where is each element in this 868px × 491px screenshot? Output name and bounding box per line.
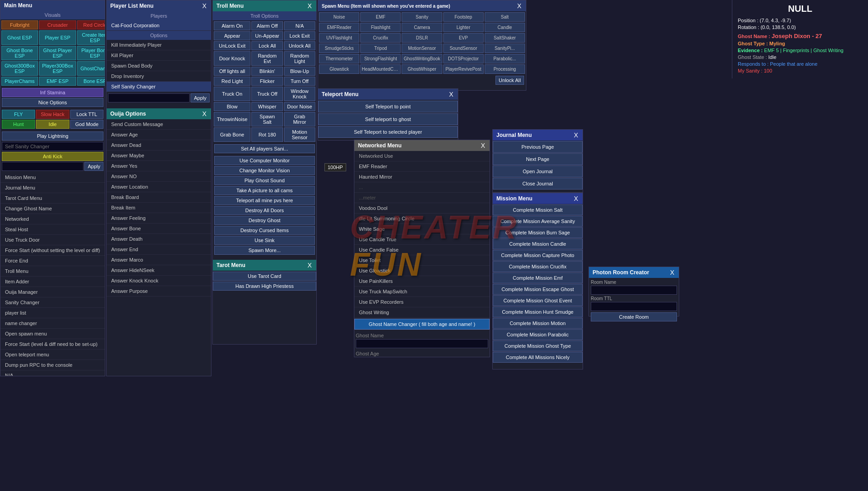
menu-thermometer-net[interactable]: ...meter (354, 193, 490, 203)
menu-sanity-changer[interactable]: Sanity Changer (0, 297, 105, 308)
btn-ghost-name-changer[interactable]: Ghost Name Changer ( fill both age and n… (354, 319, 490, 330)
btn-ghost300-esp[interactable]: Ghost300Box ESP (1, 61, 38, 76)
spawn-salt[interactable]: Salt (485, 12, 525, 22)
btn-close-journal[interactable]: Close Journal (493, 178, 583, 190)
menu-player-list[interactable]: player list (0, 308, 105, 318)
btn-use-computer[interactable]: Use Computer Monitor (214, 156, 315, 165)
menu-white-sage[interactable]: White Sage (354, 224, 490, 234)
btn-complete-parabolic[interactable]: Complete Mission Parabolic (493, 329, 583, 340)
btn-apply-player[interactable]: Apply (191, 93, 210, 102)
spawn-ghostwritingbook[interactable]: GhostWritingBook (402, 54, 442, 63)
menu-use-painkillers[interactable]: Use PainKillers (354, 276, 490, 287)
menu-networked-use[interactable]: Networked Use (354, 151, 490, 161)
btn-grab-bone[interactable]: Grab Bone (214, 127, 250, 142)
btn-idle[interactable]: Idle (36, 120, 69, 129)
btn-complete-ghost-type[interactable]: Complete Mission Ghost Type (493, 340, 583, 351)
journal-menu-close[interactable]: X (573, 131, 579, 139)
btn-play-ghost-sound[interactable]: Play Ghost Sound (214, 176, 315, 185)
btn-destroy-cursed[interactable]: Destroy Cursed Items (214, 226, 315, 235)
btn-lock-ttl[interactable]: Lock TTL (70, 110, 103, 119)
btn-player-esp[interactable]: Player ESP (39, 30, 77, 45)
btn-complete-hunt-smudge[interactable]: Complete Mission Hunt Smudge (493, 306, 583, 317)
menu-candle-circle[interactable]: dle Lit Summoning Circle (354, 214, 490, 224)
menu-kill-player[interactable]: Kill Player (107, 50, 211, 61)
spawn-emfreader[interactable]: EMFReader (319, 23, 359, 32)
btn-door-knock[interactable]: Door Knock (214, 51, 250, 66)
btn-playerchams[interactable]: PlayerChams (1, 77, 38, 86)
menu-answer-maybe[interactable]: Answer Maybe (107, 151, 211, 161)
menu-emf-reader[interactable]: EMF Reader (354, 161, 490, 172)
btn-alarm-on[interactable]: Alarm On (214, 21, 250, 30)
btn-grab-mirror[interactable]: Grab Mirror (284, 112, 315, 126)
btn-ghostchams[interactable]: GhostChams (77, 61, 105, 76)
spawn-evp[interactable]: EVP (443, 33, 484, 43)
player-cat-food[interactable]: Cat-Food Corporation (107, 20, 211, 31)
btn-ghost-player-esp[interactable]: Ghost Player ESP (39, 46, 77, 60)
menu-ouija-manager[interactable]: Ouija Manager (0, 287, 105, 297)
spawn-uvflashlight[interactable]: UVFlashlight (319, 33, 359, 43)
menu-name-changer[interactable]: name changer (0, 318, 105, 329)
btn-has-drawn[interactable]: Has Drawn High Priestess (213, 282, 316, 291)
spawn-lighter[interactable]: Lighter (443, 23, 484, 32)
menu-spawn-dead-body[interactable]: Spawn Dead Body (107, 61, 211, 71)
menu-answer-age[interactable]: Answer Age (107, 130, 211, 140)
menu-networked[interactable]: Networked (0, 214, 105, 224)
menu-answer-knock-knock[interactable]: Answer Knock Knock (107, 276, 211, 286)
menu-force-end[interactable]: Force End (0, 256, 105, 266)
btn-complete-burn-sage[interactable]: Complete Mission Burn Sage (493, 227, 583, 238)
teleport-close[interactable]: X (448, 91, 454, 98)
btn-complete-capture-photo[interactable]: Complete Mission Capture Photo (493, 250, 583, 261)
menu-force-start-level[interactable]: Force Start (level & diff need to be set… (0, 339, 105, 350)
tarot-close[interactable]: X (307, 262, 313, 269)
btn-complete-ghost-event[interactable]: Complete Mission Ghost Event (493, 295, 583, 306)
menu-use-glowstick[interactable]: Use Glowstick (354, 266, 490, 276)
menu-break-item[interactable]: Break Item (107, 203, 211, 213)
spawn-emf[interactable]: EMF (360, 12, 401, 22)
btn-create-item-esp[interactable]: Create Item ESP (77, 30, 105, 45)
menu-kill-immediately[interactable]: Kill Immediately Player (107, 40, 211, 50)
mission-menu-close[interactable]: X (573, 195, 579, 202)
menu-item-adder[interactable]: Item Adder (0, 277, 105, 287)
btn-red-circle[interactable]: Red Circle (77, 20, 105, 29)
menu-ghost-writing[interactable]: Ghost Writing (354, 307, 490, 318)
menu-steal-host[interactable]: Steal Host (0, 224, 105, 235)
btn-complete-emf[interactable]: Complete Mission Emf (493, 272, 583, 283)
menu-use-truck[interactable]: Use Truck MapSwitch (354, 287, 490, 297)
spawn-motionsensor[interactable]: MotionSensor (402, 44, 442, 53)
menu-drop-inventory[interactable]: Drop Inventory (107, 71, 211, 82)
btn-use-sink[interactable]: Use Sink (214, 236, 315, 245)
btn-nice-options[interactable]: Nice Options (2, 98, 103, 107)
btn-random-evt[interactable]: Random Evt (251, 51, 283, 66)
spawn-tripod[interactable]: Tripod (360, 44, 401, 53)
btn-destroy-all-doors[interactable]: Destroy All Doors (214, 206, 315, 215)
btn-truck-off[interactable]: Truck Off (251, 87, 283, 101)
btn-complete-all-missions[interactable]: Complete All Missions Nicely (493, 352, 583, 363)
menu-voodoo-dool[interactable]: Voodoo Dool (354, 203, 490, 214)
menu-answer-bone[interactable]: Answer Bone (107, 224, 211, 234)
menu-answer-location[interactable]: Answer Location (107, 182, 211, 192)
room-ttl-input[interactable] (591, 302, 677, 311)
btn-random-light[interactable]: Random Light (284, 51, 315, 66)
btn-unlock-exit[interactable]: UnLock Exit (214, 41, 250, 50)
btn-flicker[interactable]: Flicker (251, 77, 283, 86)
btn-window-knock[interactable]: Window Knock (284, 87, 315, 101)
btn-lock-exit[interactable]: Lock Exit (284, 31, 315, 40)
main-input-field[interactable] (2, 162, 83, 171)
spawn-playerrevive[interactable]: PlayerRevivePost (443, 64, 484, 74)
btn-player300-esp[interactable]: Player300Box ESP (39, 61, 77, 76)
menu-use-evp[interactable]: Use EVP Recorders (354, 297, 490, 307)
menu-change-ghost[interactable]: Change Ghost Name (0, 204, 105, 214)
btn-change-monitor[interactable]: Change Monitor Vision (214, 166, 315, 175)
menu-open-teleport[interactable]: Open teleport menu (0, 350, 105, 360)
btn-ghost-esp[interactable]: Ghost ESP (1, 30, 38, 45)
btn-complete-crucifix[interactable]: Complete Mission Crucifix (493, 261, 583, 272)
menu-answer-hidenseek[interactable]: Answer HideNSeek (107, 265, 211, 276)
menu-self-sanity[interactable]: Self Sanity Changer (107, 82, 211, 92)
spawn-glowstick[interactable]: Glowstick (319, 64, 359, 74)
btn-alarm-off[interactable]: Alarm Off (251, 21, 283, 30)
btn-hunt[interactable]: Hunt (2, 120, 35, 129)
spawn-candle[interactable]: Candle (485, 23, 525, 32)
spawn-flashlight[interactable]: Flashlight (360, 23, 401, 32)
spawn-parabolic[interactable]: Parabolic... (485, 54, 525, 63)
menu-troll-menu[interactable]: Troll Menu (0, 266, 105, 277)
